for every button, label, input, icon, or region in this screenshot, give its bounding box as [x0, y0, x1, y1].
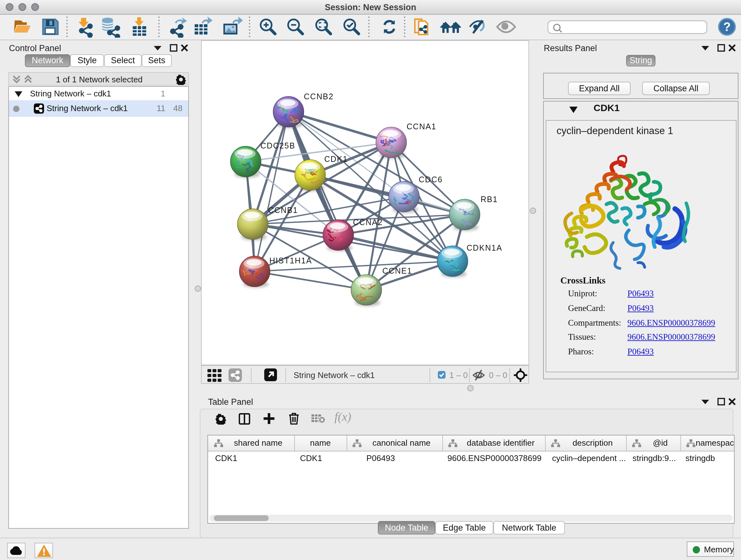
- svg-text:CDKN1A: CDKN1A: [467, 243, 502, 252]
- svg-text:CDC25B: CDC25B: [260, 141, 295, 150]
- svg-text:CCNB1: CCNB1: [268, 206, 298, 214]
- svg-text:CDC6: CDC6: [419, 175, 443, 184]
- svg-text:CCNE1: CCNE1: [382, 266, 412, 275]
- svg-text:CCNA2: CCNA2: [353, 218, 383, 227]
- svg-text:RB1: RB1: [481, 195, 498, 204]
- svg-text:HIST1H1A: HIST1H1A: [269, 256, 312, 265]
- svg-text:CCNB2: CCNB2: [304, 92, 334, 101]
- svg-text:?: ?: [723, 20, 731, 34]
- svg-text:CDK1: CDK1: [324, 154, 348, 164]
- svg-text:CCNA1: CCNA1: [407, 122, 436, 131]
